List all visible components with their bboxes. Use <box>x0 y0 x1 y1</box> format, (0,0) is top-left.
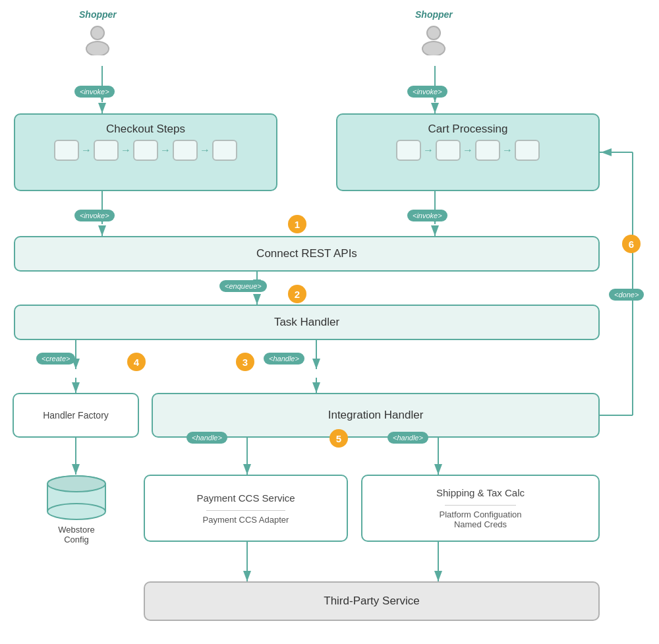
cart-arrow-1: → <box>423 144 434 156</box>
arrow-3: → <box>160 144 171 156</box>
shopper-right-icon <box>417 22 450 55</box>
cart-step-1 <box>396 140 421 161</box>
third-party-title: Third-Party Service <box>324 595 419 608</box>
cart-step-2 <box>436 140 461 161</box>
cart-processing-box: Cart Processing → → → <box>336 113 600 191</box>
payment-box: Payment CCS Service Payment CCS Adapter <box>144 475 348 542</box>
svg-point-27 <box>92 27 103 39</box>
step-1 <box>54 140 79 161</box>
webstore-config-container: WebstoreConfig <box>45 475 108 544</box>
handle-label-payment: <handle> <box>186 432 227 444</box>
checkout-steps-title: Checkout Steps <box>106 123 185 136</box>
invoke-label-right: <invoke> <box>407 86 447 98</box>
svg-point-28 <box>87 42 108 55</box>
shopper-left: Shopper <box>79 9 117 55</box>
arrow-4: → <box>200 144 210 156</box>
arrow-2: → <box>121 144 131 156</box>
database-icon <box>45 475 108 522</box>
shipping-box: Shipping & Tax Calc Platform Configuatio… <box>361 475 600 542</box>
shopper-right: Shopper <box>415 9 453 55</box>
cart-arrow-2: → <box>463 144 473 156</box>
cart-step-3 <box>475 140 500 161</box>
invoke-label-below-checkout: <invoke> <box>74 210 115 221</box>
cart-processing-title: Cart Processing <box>428 123 508 136</box>
task-handler-title: Task Handler <box>274 316 339 329</box>
badge-2: 2 <box>288 285 306 303</box>
integration-handler-box: Integration Handler <box>152 393 600 438</box>
connect-rest-box: Connect REST APIs <box>14 236 600 272</box>
svg-point-32 <box>423 42 444 55</box>
cart-arrow-3: → <box>502 144 513 156</box>
step-2 <box>94 140 119 161</box>
payment-ccs-service-label: Payment CCS Service <box>196 492 295 504</box>
cart-steps-row: → → → <box>396 140 540 161</box>
named-creds-label: Named Creds <box>454 519 507 529</box>
badge-3: 3 <box>236 353 254 371</box>
checkout-steps-row: → → → → <box>54 140 237 161</box>
payment-inner: Payment CCS Service Payment CCS Adapter <box>196 492 295 525</box>
svg-point-37 <box>47 504 105 519</box>
done-label: <done> <box>609 289 644 301</box>
badge-6: 6 <box>622 235 641 253</box>
platform-config-label: Platform Configuation <box>439 510 521 519</box>
handle-label-shipping: <handle> <box>387 432 428 444</box>
payment-ccs-adapter-label: Payment CCS Adapter <box>203 515 289 525</box>
invoke-label-left: <invoke> <box>74 86 115 98</box>
webstore-config-label: WebstoreConfig <box>58 525 94 544</box>
handler-factory-title: Handler Factory <box>43 410 109 421</box>
diagram: Shopper Shopper <invoke> <invoke> Checko… <box>0 0 659 644</box>
svg-point-38 <box>47 476 105 492</box>
integration-handler-title: Integration Handler <box>328 409 424 422</box>
shopper-left-icon <box>81 22 114 55</box>
enqueue-label: <enqueue> <box>219 280 267 292</box>
invoke-label-below-cart: <invoke> <box>407 210 447 221</box>
badge-1: 1 <box>288 215 306 233</box>
create-label: <create> <box>36 353 75 365</box>
handle-label-1: <handle> <box>264 353 304 365</box>
shopper-left-label: Shopper <box>79 9 117 20</box>
shipping-inner: Shipping & Tax Calc Platform Configuatio… <box>436 487 525 529</box>
connect-rest-title: Connect REST APIs <box>256 247 357 260</box>
third-party-box: Third-Party Service <box>144 581 600 621</box>
cart-step-4 <box>515 140 540 161</box>
step-5 <box>212 140 237 161</box>
arrow-1: → <box>81 144 92 156</box>
badge-4: 4 <box>127 353 146 371</box>
badge-5: 5 <box>330 429 348 448</box>
checkout-steps-box: Checkout Steps → → → → <box>14 113 277 191</box>
step-3 <box>133 140 158 161</box>
shopper-right-label: Shopper <box>415 9 453 20</box>
step-4 <box>173 140 198 161</box>
svg-point-31 <box>428 27 440 39</box>
task-handler-box: Task Handler <box>14 305 600 340</box>
handler-factory-box: Handler Factory <box>13 393 139 438</box>
shipping-tax-label: Shipping & Tax Calc <box>436 487 525 498</box>
